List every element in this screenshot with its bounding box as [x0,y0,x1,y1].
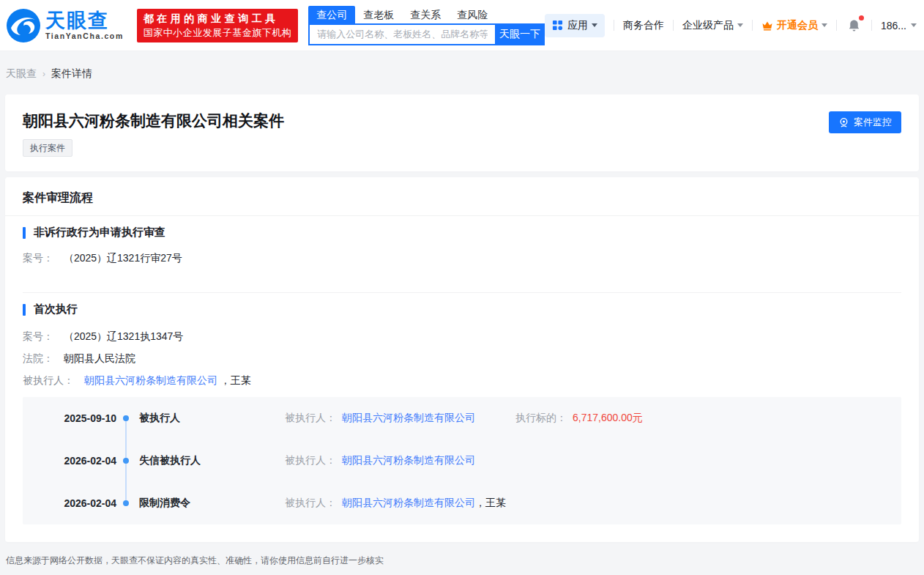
apps-grid-icon [552,20,563,31]
search-tab-risk[interactable]: 查风险 [449,6,496,23]
field-court: 法院： 朝阳县人民法院 [23,351,901,366]
timeline-detail-label: 被执行人： [285,412,336,423]
timeline-detail-label: 被执行人： [285,454,336,466]
promo-banner: 都在用的商业查询工具 国家中小企业发展子基金旗下机构 [137,9,299,42]
field-case-number: 案号： （2025）辽1321执1347号 [23,329,901,344]
nav-divider [836,20,837,31]
promo-line2: 国家中小企业发展子基金旗下机构 [144,26,292,40]
chevron-down-icon [821,23,827,27]
stage-first-execution: 首次执行 案号： （2025）辽1321执1347号 法院： 朝阳县人民法院 被… [23,303,901,524]
timeline-dot-icon [123,500,129,506]
chevron-down-icon [911,23,917,27]
timeline-row: 2026-02-04 失信被执行人 被执行人：朝阳县六河粉条制造有限公司 [23,439,901,482]
logo-domain-text: TianYanCha.com [45,31,124,40]
stage-name: 非诉行政行为申请执行审查 [34,226,165,240]
field-executed-person: 被执行人： 朝阳县六河粉条制造有限公司 ，王某 [23,373,901,387]
chevron-down-icon [737,23,743,27]
search-input[interactable] [308,23,495,45]
search-tab-boss[interactable]: 查老板 [355,6,402,23]
stage-accent-bar [23,304,26,316]
amount-label: 执行标的： [515,412,567,423]
execution-amount: 6,717,600.00元 [573,412,643,423]
nav-open-vip[interactable]: 开通会员 [761,19,827,32]
nav-enterprise-products[interactable]: 企业级产品 [682,19,743,32]
case-timeline: 2025-09-10 被执行人 被执行人：朝阳县六河粉条制造有限公司 执行标的：… [23,397,901,524]
bell-icon [847,18,861,33]
nav-apps[interactable]: 应用 [545,14,605,37]
section-title: 案件审理流程 [5,177,919,216]
promo-line1: 都在用的商业查询工具 [144,12,292,26]
company-link[interactable]: 朝阳县六河粉条制造有限公司 [342,412,475,423]
company-link[interactable]: 朝阳县六河粉条制造有限公司 [84,374,217,386]
timeline-event-title: 限制消费令 [135,497,285,510]
case-type-badge: 执行案件 [23,139,72,157]
breadcrumb: 天眼查 › 案件详情 [0,51,924,94]
footer-disclaimer: 信息来源于网络公开数据，天眼查不保证内容的真实性、准确性，请你使用信息前自行进一… [0,542,924,567]
search-tabs: 查公司 查老板 查关系 查风险 [308,6,545,23]
nav-vip-label: 开通会员 [777,19,818,32]
notifications-bell[interactable] [846,18,862,33]
breadcrumb-current: 案件详情 [51,67,92,81]
nav-account[interactable]: 186... [881,20,917,31]
stage-divider [23,292,901,293]
stage-accent-bar [23,227,26,239]
timeline-date: 2025-09-10 [23,412,116,424]
nav-business-cooperation[interactable]: 商务合作 [623,19,664,32]
timeline-detail-label: 被执行人： [285,497,336,508]
company-link[interactable]: 朝阳县六河粉条制造有限公司 [342,497,475,508]
notification-red-dot [859,15,864,21]
case-monitor-label: 案件监控 [854,116,892,129]
crown-icon [761,21,773,31]
field-case-number: 案号： （2025）辽1321行审27号 [23,251,901,265]
header-search: 查公司 查老板 查关系 查风险 天眼一下 [308,6,545,45]
timeline-date: 2026-02-04 [23,497,116,509]
stage-name: 首次执行 [34,303,78,316]
nav-enterprise-label: 企业级产品 [682,19,734,32]
case-monitor-button[interactable]: 案件监控 [829,111,901,133]
nav-divider [752,20,753,31]
nav-divider [871,20,872,31]
timeline-event-title: 被执行人 [135,412,285,425]
timeline-event-title: 失信被执行人 [135,454,285,467]
nav-divider [673,20,674,31]
company-link[interactable]: 朝阳县六河粉条制造有限公司 [342,454,475,466]
timeline-row: 2025-09-10 被执行人 被执行人：朝阳县六河粉条制造有限公司 执行标的：… [23,397,901,439]
top-header: 天眼查 TianYanCha.com 都在用的商业查询工具 国家中小企业发展子基… [0,0,924,51]
nav-apps-label: 应用 [567,19,588,32]
tianyancha-logo-icon [6,8,41,43]
timeline-date: 2026-02-04 [23,455,116,467]
case-flow-card: 案件审理流程 非诉行政行为申请执行审查 案号： （2025）辽1321行审27号… [5,177,919,542]
case-title-card: 朝阳县六河粉条制造有限公司相关案件 执行案件 案件监控 [5,94,919,171]
account-phone-text: 186... [881,20,906,31]
monitor-icon [838,117,849,128]
timeline-dot-icon [123,458,129,464]
tianyancha-logo[interactable]: 天眼查 TianYanCha.com [6,8,124,43]
chevron-down-icon [592,23,597,27]
logo-brand-text: 天眼查 [45,10,124,31]
breadcrumb-home[interactable]: 天眼查 [6,67,37,81]
timeline-row: 2026-02-04 限制消费令 被执行人：朝阳县六河粉条制造有限公司，王某 [23,482,901,524]
stage-review: 非诉行政行为申请执行审查 案号： （2025）辽1321行审27号 [23,226,901,265]
breadcrumb-separator: › [42,69,45,79]
search-tab-relation[interactable]: 查关系 [402,6,449,23]
page-title: 朝阳县六河粉条制造有限公司相关案件 [23,111,284,130]
search-button[interactable]: 天眼一下 [495,23,545,45]
header-nav: 应用 商务合作 企业级产品 开通会员 18 [545,14,917,37]
nav-divider [614,20,614,31]
search-tab-company[interactable]: 查公司 [308,6,355,23]
timeline-dot-icon [123,415,129,421]
